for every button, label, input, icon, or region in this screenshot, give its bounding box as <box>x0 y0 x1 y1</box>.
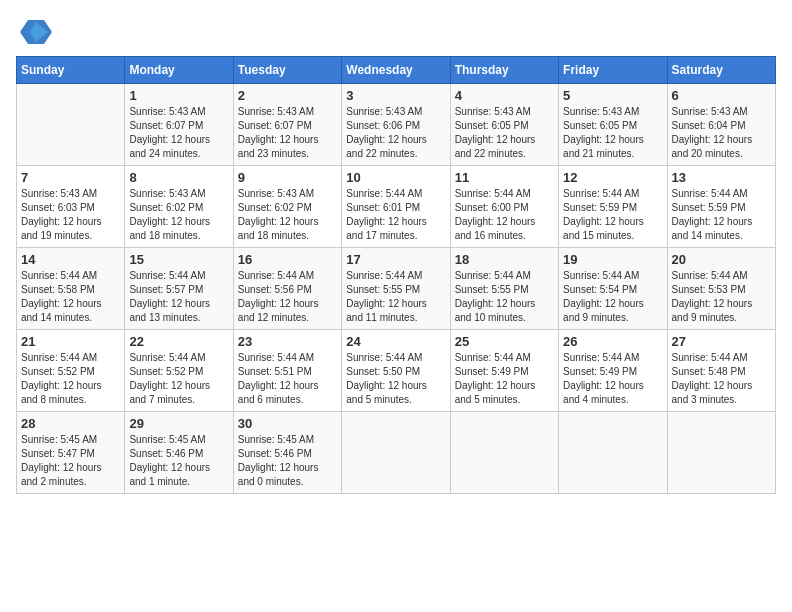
week-row-4: 21Sunrise: 5:44 AMSunset: 5:52 PMDayligh… <box>17 330 776 412</box>
day-info: Sunrise: 5:44 AMSunset: 5:50 PMDaylight:… <box>346 351 445 407</box>
day-info: Sunrise: 5:43 AMSunset: 6:05 PMDaylight:… <box>563 105 662 161</box>
column-header-saturday: Saturday <box>667 57 775 84</box>
calendar-cell: 4Sunrise: 5:43 AMSunset: 6:05 PMDaylight… <box>450 84 558 166</box>
calendar-cell: 30Sunrise: 5:45 AMSunset: 5:46 PMDayligh… <box>233 412 341 494</box>
column-header-sunday: Sunday <box>17 57 125 84</box>
day-info: Sunrise: 5:44 AMSunset: 5:51 PMDaylight:… <box>238 351 337 407</box>
day-info: Sunrise: 5:44 AMSunset: 5:49 PMDaylight:… <box>455 351 554 407</box>
day-info: Sunrise: 5:44 AMSunset: 5:59 PMDaylight:… <box>672 187 771 243</box>
day-info: Sunrise: 5:43 AMSunset: 6:07 PMDaylight:… <box>238 105 337 161</box>
calendar-cell: 2Sunrise: 5:43 AMSunset: 6:07 PMDaylight… <box>233 84 341 166</box>
calendar-cell: 14Sunrise: 5:44 AMSunset: 5:58 PMDayligh… <box>17 248 125 330</box>
calendar-cell <box>17 84 125 166</box>
day-info: Sunrise: 5:44 AMSunset: 5:48 PMDaylight:… <box>672 351 771 407</box>
calendar-cell: 11Sunrise: 5:44 AMSunset: 6:00 PMDayligh… <box>450 166 558 248</box>
calendar-cell: 3Sunrise: 5:43 AMSunset: 6:06 PMDaylight… <box>342 84 450 166</box>
day-info: Sunrise: 5:44 AMSunset: 5:52 PMDaylight:… <box>21 351 120 407</box>
day-number: 11 <box>455 170 554 185</box>
day-number: 28 <box>21 416 120 431</box>
day-info: Sunrise: 5:43 AMSunset: 6:02 PMDaylight:… <box>129 187 228 243</box>
calendar-cell <box>450 412 558 494</box>
calendar-cell: 15Sunrise: 5:44 AMSunset: 5:57 PMDayligh… <box>125 248 233 330</box>
calendar-cell: 5Sunrise: 5:43 AMSunset: 6:05 PMDaylight… <box>559 84 667 166</box>
calendar-header: SundayMondayTuesdayWednesdayThursdayFrid… <box>17 57 776 84</box>
day-info: Sunrise: 5:43 AMSunset: 6:04 PMDaylight:… <box>672 105 771 161</box>
day-number: 17 <box>346 252 445 267</box>
calendar-cell: 26Sunrise: 5:44 AMSunset: 5:49 PMDayligh… <box>559 330 667 412</box>
day-info: Sunrise: 5:45 AMSunset: 5:46 PMDaylight:… <box>238 433 337 489</box>
day-info: Sunrise: 5:44 AMSunset: 5:55 PMDaylight:… <box>346 269 445 325</box>
day-info: Sunrise: 5:43 AMSunset: 6:02 PMDaylight:… <box>238 187 337 243</box>
calendar-cell <box>342 412 450 494</box>
calendar-cell <box>667 412 775 494</box>
column-header-tuesday: Tuesday <box>233 57 341 84</box>
day-info: Sunrise: 5:44 AMSunset: 5:53 PMDaylight:… <box>672 269 771 325</box>
calendar-cell: 20Sunrise: 5:44 AMSunset: 5:53 PMDayligh… <box>667 248 775 330</box>
day-number: 24 <box>346 334 445 349</box>
day-number: 27 <box>672 334 771 349</box>
column-header-monday: Monday <box>125 57 233 84</box>
column-header-thursday: Thursday <box>450 57 558 84</box>
calendar-cell: 1Sunrise: 5:43 AMSunset: 6:07 PMDaylight… <box>125 84 233 166</box>
week-row-5: 28Sunrise: 5:45 AMSunset: 5:47 PMDayligh… <box>17 412 776 494</box>
column-header-wednesday: Wednesday <box>342 57 450 84</box>
week-row-1: 1Sunrise: 5:43 AMSunset: 6:07 PMDaylight… <box>17 84 776 166</box>
day-number: 20 <box>672 252 771 267</box>
day-number: 15 <box>129 252 228 267</box>
day-info: Sunrise: 5:44 AMSunset: 5:58 PMDaylight:… <box>21 269 120 325</box>
calendar-cell: 10Sunrise: 5:44 AMSunset: 6:01 PMDayligh… <box>342 166 450 248</box>
day-info: Sunrise: 5:43 AMSunset: 6:05 PMDaylight:… <box>455 105 554 161</box>
day-number: 10 <box>346 170 445 185</box>
column-header-friday: Friday <box>559 57 667 84</box>
day-number: 29 <box>129 416 228 431</box>
calendar-cell: 23Sunrise: 5:44 AMSunset: 5:51 PMDayligh… <box>233 330 341 412</box>
day-number: 22 <box>129 334 228 349</box>
calendar-cell: 16Sunrise: 5:44 AMSunset: 5:56 PMDayligh… <box>233 248 341 330</box>
day-number: 1 <box>129 88 228 103</box>
calendar-cell: 25Sunrise: 5:44 AMSunset: 5:49 PMDayligh… <box>450 330 558 412</box>
calendar-table: SundayMondayTuesdayWednesdayThursdayFrid… <box>16 56 776 494</box>
calendar-cell: 6Sunrise: 5:43 AMSunset: 6:04 PMDaylight… <box>667 84 775 166</box>
day-number: 16 <box>238 252 337 267</box>
calendar-cell: 13Sunrise: 5:44 AMSunset: 5:59 PMDayligh… <box>667 166 775 248</box>
day-info: Sunrise: 5:43 AMSunset: 6:07 PMDaylight:… <box>129 105 228 161</box>
day-info: Sunrise: 5:45 AMSunset: 5:47 PMDaylight:… <box>21 433 120 489</box>
logo <box>16 16 52 48</box>
day-info: Sunrise: 5:44 AMSunset: 5:52 PMDaylight:… <box>129 351 228 407</box>
day-info: Sunrise: 5:44 AMSunset: 5:59 PMDaylight:… <box>563 187 662 243</box>
day-number: 7 <box>21 170 120 185</box>
logo-icon <box>20 16 52 48</box>
day-info: Sunrise: 5:44 AMSunset: 5:49 PMDaylight:… <box>563 351 662 407</box>
week-row-3: 14Sunrise: 5:44 AMSunset: 5:58 PMDayligh… <box>17 248 776 330</box>
day-number: 13 <box>672 170 771 185</box>
calendar-cell <box>559 412 667 494</box>
day-info: Sunrise: 5:45 AMSunset: 5:46 PMDaylight:… <box>129 433 228 489</box>
day-number: 3 <box>346 88 445 103</box>
calendar-cell: 27Sunrise: 5:44 AMSunset: 5:48 PMDayligh… <box>667 330 775 412</box>
day-number: 12 <box>563 170 662 185</box>
day-number: 6 <box>672 88 771 103</box>
calendar-cell: 8Sunrise: 5:43 AMSunset: 6:02 PMDaylight… <box>125 166 233 248</box>
day-number: 2 <box>238 88 337 103</box>
calendar-cell: 18Sunrise: 5:44 AMSunset: 5:55 PMDayligh… <box>450 248 558 330</box>
calendar-body: 1Sunrise: 5:43 AMSunset: 6:07 PMDaylight… <box>17 84 776 494</box>
day-number: 25 <box>455 334 554 349</box>
calendar-cell: 21Sunrise: 5:44 AMSunset: 5:52 PMDayligh… <box>17 330 125 412</box>
day-info: Sunrise: 5:44 AMSunset: 6:00 PMDaylight:… <box>455 187 554 243</box>
day-info: Sunrise: 5:43 AMSunset: 6:03 PMDaylight:… <box>21 187 120 243</box>
day-number: 18 <box>455 252 554 267</box>
day-info: Sunrise: 5:44 AMSunset: 5:57 PMDaylight:… <box>129 269 228 325</box>
calendar-cell: 9Sunrise: 5:43 AMSunset: 6:02 PMDaylight… <box>233 166 341 248</box>
page-header <box>16 16 776 48</box>
day-info: Sunrise: 5:44 AMSunset: 5:56 PMDaylight:… <box>238 269 337 325</box>
calendar-cell: 19Sunrise: 5:44 AMSunset: 5:54 PMDayligh… <box>559 248 667 330</box>
day-number: 14 <box>21 252 120 267</box>
calendar-cell: 12Sunrise: 5:44 AMSunset: 5:59 PMDayligh… <box>559 166 667 248</box>
calendar-cell: 28Sunrise: 5:45 AMSunset: 5:47 PMDayligh… <box>17 412 125 494</box>
day-number: 8 <box>129 170 228 185</box>
calendar-cell: 22Sunrise: 5:44 AMSunset: 5:52 PMDayligh… <box>125 330 233 412</box>
calendar-cell: 7Sunrise: 5:43 AMSunset: 6:03 PMDaylight… <box>17 166 125 248</box>
header-row: SundayMondayTuesdayWednesdayThursdayFrid… <box>17 57 776 84</box>
day-info: Sunrise: 5:43 AMSunset: 6:06 PMDaylight:… <box>346 105 445 161</box>
calendar-cell: 24Sunrise: 5:44 AMSunset: 5:50 PMDayligh… <box>342 330 450 412</box>
